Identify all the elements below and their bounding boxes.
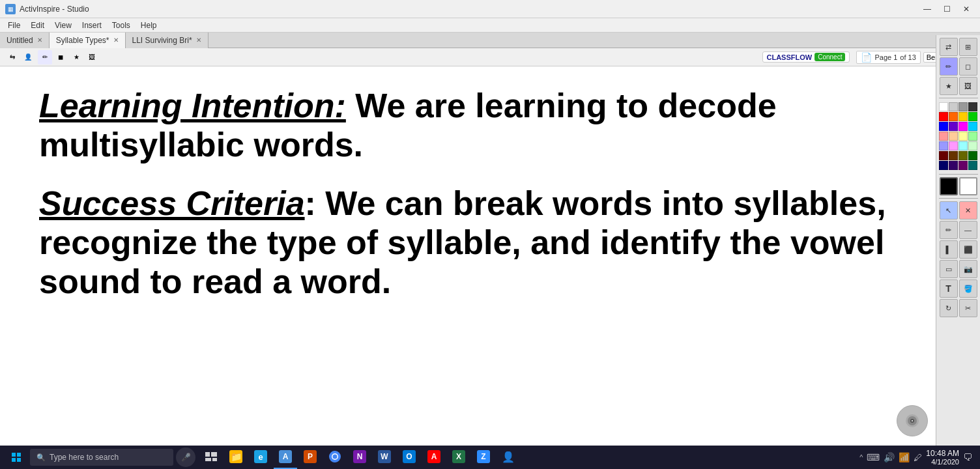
- rt-text-btn[interactable]: T: [940, 279, 958, 298]
- taskbar-activinspire[interactable]: A: [274, 446, 297, 469]
- rt-pencil2-btn[interactable]: ✏: [940, 221, 958, 239]
- search-bar[interactable]: 🔍 Type here to search: [30, 449, 173, 466]
- start-button[interactable]: [3, 446, 30, 469]
- tab-close-lli[interactable]: ✕: [196, 36, 201, 44]
- taskbar-zoom[interactable]: Z: [472, 446, 495, 469]
- rt-image-btn[interactable]: 🖼: [959, 77, 977, 95]
- pen-icon[interactable]: 🖊: [914, 453, 922, 462]
- color-swatch-19[interactable]: [968, 141, 977, 150]
- tab-lli[interactable]: LLI Surviving Bri* ✕: [126, 33, 209, 48]
- volume-icon[interactable]: 🔊: [884, 452, 895, 462]
- taskbar-acrobat[interactable]: A: [422, 446, 446, 469]
- tab-close-untitled[interactable]: ✕: [37, 36, 42, 44]
- color-swatch-5[interactable]: [949, 112, 958, 121]
- close-button[interactable]: ✕: [958, 2, 975, 16]
- rt-pointer-btn[interactable]: ↖: [940, 201, 958, 220]
- taskbar-onenote[interactable]: N: [348, 446, 371, 469]
- outlook-icon: O: [403, 450, 416, 463]
- color-swatch-0[interactable]: [939, 102, 948, 111]
- color-swatch-16[interactable]: [939, 141, 948, 150]
- color-swatch-23[interactable]: [968, 151, 977, 160]
- color-swatch-17[interactable]: [949, 141, 958, 150]
- color-swatch-11[interactable]: [968, 122, 977, 131]
- classflow-status[interactable]: Connect: [814, 53, 845, 61]
- taskbar-file-explorer[interactable]: 📁: [224, 446, 248, 469]
- notification-icon[interactable]: 🗨: [963, 452, 972, 462]
- rt-camera-btn[interactable]: 📷: [959, 260, 977, 278]
- color-swatch-15[interactable]: [968, 132, 977, 141]
- menu-file[interactable]: File: [3, 20, 25, 31]
- rt-rotate-btn[interactable]: ↻: [940, 299, 958, 317]
- taskbar-powerpoint[interactable]: P: [298, 446, 322, 469]
- taskbar-chrome[interactable]: [323, 446, 347, 469]
- color-swatch-9[interactable]: [949, 122, 958, 131]
- rt-white-swatch[interactable]: [959, 177, 977, 195]
- menu-view[interactable]: View: [50, 20, 77, 31]
- menu-help[interactable]: Help: [136, 20, 162, 31]
- rt-divider-1: [939, 98, 978, 98]
- color-swatch-21[interactable]: [949, 151, 958, 160]
- network-icon[interactable]: 📶: [899, 452, 910, 462]
- tab-untitled[interactable]: Untitled ✕: [0, 33, 50, 48]
- rt-swap-btn[interactable]: ⇄: [940, 38, 958, 56]
- tab-syllable-types[interactable]: Syllable Types* ✕: [50, 33, 126, 48]
- learning-line1: Learning Intention: We are learning to d…: [39, 86, 903, 164]
- color-swatch-13[interactable]: [949, 132, 958, 141]
- language-icon[interactable]: ⌨: [867, 452, 880, 462]
- menu-edit[interactable]: Edit: [25, 20, 50, 31]
- color-swatch-18[interactable]: [958, 141, 968, 150]
- chevron-up-icon[interactable]: ^: [859, 453, 863, 461]
- color-swatch-7[interactable]: [968, 112, 977, 121]
- rt-cross-btn[interactable]: ✕: [959, 201, 977, 220]
- microphone-button[interactable]: 🎤: [176, 448, 195, 467]
- maximize-button[interactable]: ☐: [938, 2, 955, 16]
- rt-line-btn[interactable]: —: [959, 221, 977, 239]
- taskbar-word[interactable]: W: [373, 446, 396, 469]
- rt-star-btn[interactable]: ★: [940, 77, 958, 95]
- rt-shape-btn[interactable]: ▭: [940, 260, 958, 278]
- toolbar-btn-2[interactable]: 👤: [21, 50, 35, 64]
- taskbar-task-view[interactable]: [199, 446, 223, 469]
- rt-eraser-btn[interactable]: ◻: [959, 57, 977, 76]
- rt-bucket-btn[interactable]: 🪣: [959, 279, 977, 298]
- color-swatch-20[interactable]: [939, 151, 948, 160]
- rt-highlighter-btn[interactable]: ▌: [940, 240, 958, 259]
- minimize-button[interactable]: —: [919, 2, 936, 16]
- color-swatch-22[interactable]: [958, 151, 968, 160]
- color-swatch-10[interactable]: [958, 122, 968, 131]
- color-swatch-4[interactable]: [939, 112, 948, 121]
- color-swatch-25[interactable]: [949, 161, 958, 170]
- toolbar-color-group: ✏ ◼ ★ 🖼: [38, 50, 99, 64]
- toolbar-fill-btn[interactable]: ◼: [53, 50, 68, 64]
- color-swatch-1[interactable]: [949, 102, 958, 111]
- title-bar: ▦ ActivInspire - Studio — ☐ ✕: [0, 0, 980, 18]
- rt-scissors-btn[interactable]: ✂: [959, 299, 977, 317]
- color-swatch-12[interactable]: [939, 132, 948, 141]
- color-swatch-27[interactable]: [968, 161, 977, 170]
- color-swatch-14[interactable]: [958, 132, 968, 141]
- color-swatch-24[interactable]: [939, 161, 948, 170]
- toolbar-star-btn[interactable]: ★: [69, 50, 83, 64]
- taskbar-outlook[interactable]: O: [397, 446, 421, 469]
- taskbar-excel[interactable]: X: [447, 446, 470, 469]
- rt-pencil-btn[interactable]: ✏: [940, 57, 958, 76]
- menu-tools[interactable]: Tools: [107, 20, 136, 31]
- taskbar-ie[interactable]: e: [249, 446, 272, 469]
- color-swatch-26[interactable]: [958, 161, 968, 170]
- menu-insert[interactable]: Insert: [77, 20, 107, 31]
- taskbar-people[interactable]: 👤: [497, 446, 520, 469]
- rt-grid-btn[interactable]: ⊞: [959, 38, 977, 56]
- tab-close-syllable[interactable]: ✕: [113, 36, 119, 44]
- color-swatch-3[interactable]: [968, 102, 977, 111]
- color-swatch-8[interactable]: [939, 122, 948, 131]
- toolbar-pencil-btn[interactable]: ✏: [38, 50, 52, 64]
- page-turn-widget[interactable]: [897, 405, 928, 436]
- file-explorer-icon: 📁: [229, 450, 242, 463]
- toolbar-img-btn[interactable]: 🖼: [85, 50, 99, 64]
- toolbar-btn-1[interactable]: ⇆: [5, 50, 20, 64]
- rt-fill-btn[interactable]: ⬛: [959, 240, 977, 259]
- rt-black-swatch[interactable]: [940, 177, 958, 195]
- color-swatch-6[interactable]: [958, 112, 968, 121]
- color-swatch-2[interactable]: [958, 102, 968, 111]
- window-title: ActivInspire - Studio: [20, 5, 89, 14]
